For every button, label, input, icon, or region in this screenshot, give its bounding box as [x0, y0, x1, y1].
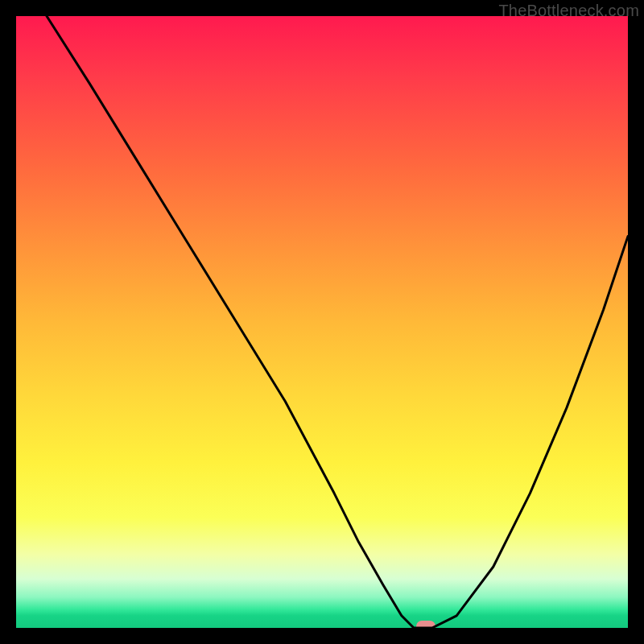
attribution-text: TheBottleneck.com: [498, 2, 639, 20]
bottleneck-curve: [16, 16, 628, 628]
chart-container: TheBottleneck.com: [0, 0, 644, 644]
plot-area: [16, 16, 628, 628]
